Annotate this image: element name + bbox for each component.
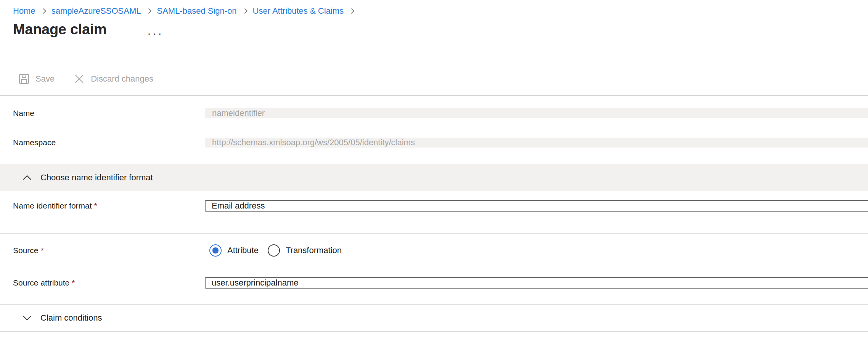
source-label: Source*	[13, 246, 44, 255]
discard-changes-button[interactable]: Discard changes	[74, 73, 153, 85]
source-radio-attribute[interactable]: Attribute	[209, 244, 259, 257]
name-identifier-format-input[interactable]	[205, 200, 868, 212]
section-choose-name-identifier-format[interactable]: Choose name identifier format	[0, 164, 868, 191]
divider	[0, 233, 868, 234]
page-title: Manage claim	[13, 21, 107, 38]
command-bar-divider	[0, 95, 868, 96]
section-title: Choose name identifier format	[40, 173, 153, 183]
breadcrumb-chevron-icon	[349, 8, 354, 14]
manage-claim-page: Home sampleAzureSSOSAML SAML-based Sign-…	[0, 0, 868, 337]
breadcrumb: Home sampleAzureSSOSAML SAML-based Sign-…	[13, 6, 360, 16]
discard-changes-label: Discard changes	[91, 74, 153, 84]
namespace-row: Namespace	[0, 133, 868, 151]
section-title: Claim conditions	[40, 313, 102, 323]
namespace-label: Namespace	[13, 138, 56, 147]
name-identifier-format-label: Name identifier format*	[13, 201, 97, 210]
name-row: Name	[0, 104, 868, 122]
required-asterisk: *	[41, 246, 44, 255]
label-text: Source	[13, 246, 39, 255]
name-label: Name	[13, 109, 34, 118]
save-button[interactable]: Save	[18, 73, 55, 85]
discard-x-icon	[74, 73, 85, 85]
breadcrumb-chevron-icon	[41, 8, 46, 14]
save-icon	[18, 73, 30, 85]
name-input	[205, 108, 868, 118]
breadcrumb-chevron-icon	[146, 8, 151, 14]
breadcrumb-app[interactable]: sampleAzureSSOSAML	[51, 6, 141, 16]
label-text: Name identifier format	[13, 201, 92, 210]
breadcrumb-chevron-icon	[242, 8, 248, 14]
breadcrumb-user-attributes-claims[interactable]: User Attributes & Claims	[253, 6, 344, 16]
chevron-up-icon	[21, 174, 33, 181]
command-bar: Save Discard changes	[18, 73, 153, 85]
required-asterisk: *	[72, 278, 75, 287]
namespace-input	[205, 138, 868, 148]
required-asterisk: *	[94, 201, 97, 210]
name-identifier-format-row: Name identifier format*	[0, 197, 868, 215]
radio-unselected-icon	[268, 244, 280, 257]
source-row: Source* Attribute Transformation	[0, 244, 868, 257]
label-text: Source attribute	[13, 278, 69, 287]
context-menu-button[interactable]: ···	[147, 27, 163, 39]
breadcrumb-home[interactable]: Home	[13, 6, 35, 16]
radio-selected-icon	[209, 244, 222, 257]
source-radio-transformation[interactable]: Transformation	[268, 244, 342, 257]
radio-label: Transformation	[286, 246, 342, 255]
radio-label: Attribute	[227, 246, 259, 255]
chevron-down-icon	[21, 314, 33, 322]
source-radio-group: Attribute Transformation	[209, 244, 342, 257]
save-button-label: Save	[35, 74, 55, 84]
source-attribute-label: Source attribute*	[13, 278, 75, 287]
source-attribute-row: Source attribute*	[0, 274, 868, 292]
breadcrumb-saml-signon[interactable]: SAML-based Sign-on	[157, 6, 236, 16]
section-claim-conditions[interactable]: Claim conditions	[0, 304, 868, 332]
source-attribute-input[interactable]	[205, 277, 868, 289]
